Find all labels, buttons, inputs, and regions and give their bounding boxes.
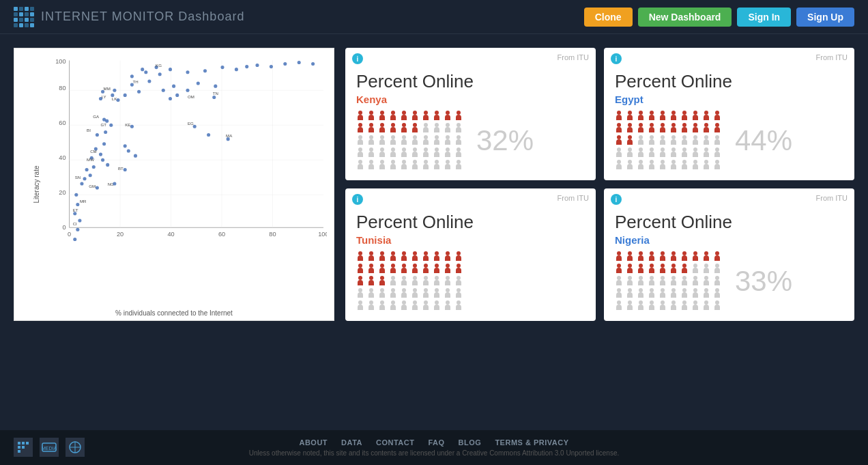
signup-button[interactable]: Sign Up [796,8,854,27]
svg-point-79 [99,153,102,156]
card-visual: 44% [615,111,843,171]
person-icon [659,300,667,311]
person-icon [356,288,364,299]
person-icon [454,111,463,122]
person-icon [389,276,397,287]
person-icon [367,300,375,311]
person-icon [648,123,656,134]
person-icon [648,300,656,311]
person-icon [615,147,623,158]
cards-grid: iFrom ITUPercent OnlineKenya32%iFrom ITU… [345,48,854,321]
person-icon [400,135,408,146]
person-icon [680,276,689,287]
clone-button[interactable]: Clone [584,8,633,27]
signin-button[interactable]: Sign In [737,8,791,27]
svg-point-68 [96,133,99,137]
footer-link[interactable]: BLOG [459,438,482,447]
person-icon [680,288,689,299]
footer-link[interactable]: DATA [341,438,362,447]
svg-point-102 [73,238,76,241]
svg-point-83 [106,163,109,167]
person-icon [422,288,430,299]
card-kenya: iFrom ITUPercent OnlineKenya32% [345,48,596,180]
info-icon[interactable]: i [352,53,363,64]
person-icon [389,135,397,146]
svg-text:MA: MA [226,133,233,138]
person-icon [702,135,710,146]
card-title: Percent Online [615,212,843,233]
svg-text:OM: OM [188,95,194,100]
person-icon [659,135,667,146]
logo-dot [30,23,34,27]
person-icon [400,111,408,122]
person-icon [702,111,710,122]
person-icon [615,160,623,171]
person-icon [702,123,710,134]
info-icon[interactable]: i [611,194,622,205]
svg-point-93 [113,182,116,185]
person-icon [702,288,710,299]
person-icon [422,147,430,158]
svg-text:40: 40 [59,154,66,161]
person-icon [615,123,623,134]
svg-rect-115 [22,446,25,449]
person-icon [648,160,656,171]
person-icon [691,264,699,274]
svg-text:100: 100 [55,59,66,66]
logo-dot [14,12,18,16]
person-icon [433,288,441,299]
person-icon [637,264,645,274]
footer-link[interactable]: CONTACT [376,438,414,447]
svg-point-31 [186,70,189,74]
info-icon[interactable]: i [352,194,363,205]
card-visual: 33% [615,251,843,311]
logo-dot [19,7,23,11]
person-icon [713,111,721,122]
svg-text:SN: SN [75,175,81,180]
svg-point-105 [124,144,127,147]
person-icon [367,160,375,171]
svg-text:ET: ET [73,208,78,212]
footer-links: ABOUTDATACONTACTFAQBLOGTERMS & PRIVACY [14,438,854,447]
card-nigeria: iFrom ITUPercent OnlineNigeria33% [604,188,854,321]
person-icon [389,300,397,311]
logo-grid-icon [14,7,34,27]
svg-point-101 [76,228,79,231]
people-grid [356,251,464,311]
card-tunisia: iFrom ITUPercent OnlineTunisia [345,188,596,321]
person-icon [713,288,721,299]
svg-text:20: 20 [117,231,124,238]
person-icon [626,147,634,158]
logo-dot [25,23,29,27]
footer-link[interactable]: FAQ [428,438,444,447]
footer-copyright: Unless otherwise noted, this site and it… [14,449,854,457]
person-icon [444,147,452,158]
person-icon [680,264,689,274]
svg-text:MEDIA: MEDIA [42,446,57,451]
person-icon [444,288,452,299]
person-icon [454,300,463,311]
svg-point-29 [245,65,248,68]
svg-text:BI: BI [87,128,91,132]
footer-logo-2: MEDIA [40,438,59,457]
person-icon [444,264,452,274]
person-icon [637,111,645,122]
person-icon [626,276,634,287]
person-icon [433,123,441,134]
new-dashboard-button[interactable]: New Dashboard [638,8,732,27]
svg-point-86 [124,168,127,171]
person-icon [367,251,375,262]
person-icon [615,288,623,299]
card-visual: 32% [356,111,585,171]
footer-link[interactable]: TERMS & PRIVACY [495,438,568,447]
svg-point-25 [270,65,273,68]
svg-point-110 [92,165,96,169]
svg-rect-112 [22,442,25,445]
svg-point-35 [130,74,134,78]
person-icon [659,264,667,274]
person-icon [713,276,721,287]
footer-link[interactable]: ABOUT [299,438,328,447]
info-icon[interactable]: i [611,53,622,64]
person-icon [669,123,678,134]
svg-text:GM: GM [89,184,96,188]
